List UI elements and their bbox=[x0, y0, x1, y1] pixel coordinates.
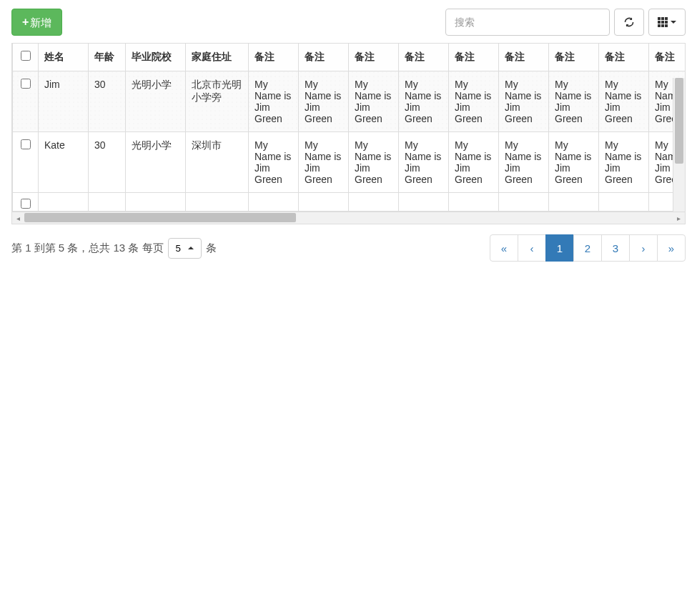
cell-address bbox=[186, 193, 249, 212]
pagination-info: 第 1 到第 5 条，总共 13 条 每页 5 条 bbox=[11, 238, 217, 259]
cell-remark: My Name is Jim Green bbox=[499, 71, 549, 132]
plus-icon: + bbox=[22, 14, 29, 30]
header-remark[interactable]: 备注 bbox=[349, 44, 399, 71]
search-input[interactable] bbox=[445, 9, 610, 36]
row-checkbox[interactable] bbox=[21, 79, 31, 89]
page-last[interactable]: » bbox=[657, 234, 686, 262]
header-remark[interactable]: 备注 bbox=[449, 44, 499, 71]
toolbar-right bbox=[445, 9, 686, 36]
cell-age: 30 bbox=[89, 71, 126, 132]
header-remark[interactable]: 备注 bbox=[549, 44, 599, 71]
table-row[interactable]: Jim30光明小学北京市光明小学旁My Name is Jim GreenMy … bbox=[13, 71, 686, 132]
cell-remark: My Name is Jim Green bbox=[549, 132, 599, 193]
refresh-button[interactable] bbox=[614, 9, 644, 36]
row-checkbox-cell bbox=[13, 132, 39, 193]
header-address[interactable]: 家庭住址 bbox=[186, 44, 249, 71]
page-number[interactable]: 1 bbox=[545, 234, 574, 262]
page-first[interactable]: « bbox=[490, 234, 518, 262]
cell-remark bbox=[599, 193, 649, 212]
columns-toggle-button[interactable] bbox=[648, 9, 686, 36]
row-checkbox[interactable] bbox=[21, 139, 31, 149]
cell-remark bbox=[399, 193, 449, 212]
cell-remark: My Name is Jim Green bbox=[299, 71, 349, 132]
cell-name bbox=[39, 193, 89, 212]
scrollbar-thumb[interactable] bbox=[24, 213, 296, 222]
cell-remark: My Name is Jim Green bbox=[599, 132, 649, 193]
page-size-select[interactable]: 5 bbox=[168, 238, 202, 259]
grid-icon bbox=[658, 17, 668, 27]
header-remark[interactable]: 备注 bbox=[249, 44, 299, 71]
header-name[interactable]: 姓名 bbox=[39, 44, 89, 71]
scroll-left-arrow[interactable]: ◂ bbox=[12, 212, 24, 224]
cell-age bbox=[89, 193, 126, 212]
scrollbar-thumb[interactable] bbox=[675, 78, 683, 164]
header-remark[interactable]: 备注 bbox=[499, 44, 549, 71]
cell-remark bbox=[349, 193, 399, 212]
cell-remark bbox=[299, 193, 349, 212]
cell-remark: My Name is Jim Green bbox=[599, 71, 649, 132]
cell-remark bbox=[449, 193, 499, 212]
cell-remark bbox=[549, 193, 599, 212]
add-button-label: 新增 bbox=[30, 15, 51, 30]
cell-remark: My Name is Jim Green bbox=[299, 132, 349, 193]
cell-school: 光明小学 bbox=[126, 132, 186, 193]
data-table: 姓名 年龄 毕业院校 家庭住址 备注 备注 备注 备注 备注 备注 备注 备注 … bbox=[12, 44, 685, 212]
header-age[interactable]: 年龄 bbox=[89, 44, 126, 71]
add-button[interactable]: +新增 bbox=[11, 9, 62, 36]
cell-remark: My Name is Jim Green bbox=[399, 71, 449, 132]
cell-school: 光明小学 bbox=[126, 71, 186, 132]
page-size-value: 5 bbox=[176, 243, 181, 254]
page-number[interactable]: 3 bbox=[601, 234, 630, 262]
header-remark[interactable]: 备注 bbox=[299, 44, 349, 71]
cell-remark: My Name is Jim Green bbox=[449, 132, 499, 193]
select-all-checkbox[interactable] bbox=[21, 51, 31, 61]
header-remark[interactable]: 备注 bbox=[399, 44, 449, 71]
header-checkbox-cell bbox=[13, 44, 39, 71]
caret-up-icon bbox=[188, 247, 194, 249]
cell-remark bbox=[249, 193, 299, 212]
cell-name: Kate bbox=[39, 132, 89, 193]
horizontal-scrollbar[interactable]: ◂ ▸ bbox=[12, 212, 685, 224]
page-next[interactable]: › bbox=[629, 234, 658, 262]
cell-remark: My Name is Jim Green bbox=[549, 71, 599, 132]
cell-school bbox=[126, 193, 186, 212]
pagination-info-suffix: 条 bbox=[206, 242, 217, 255]
cell-address: 深圳市 bbox=[186, 132, 249, 193]
table-container: 姓名 年龄 毕业院校 家庭住址 备注 备注 备注 备注 备注 备注 备注 备注 … bbox=[11, 43, 686, 224]
cell-remark: My Name is Jim Green bbox=[399, 132, 449, 193]
cell-remark: My Name is Jim Green bbox=[349, 132, 399, 193]
pagination: « ‹ 1 2 3 › » bbox=[490, 234, 686, 262]
page-prev[interactable]: ‹ bbox=[518, 234, 546, 262]
cell-remark: My Name is Jim Green bbox=[249, 71, 299, 132]
header-school[interactable]: 毕业院校 bbox=[126, 44, 186, 71]
cell-remark bbox=[499, 193, 549, 212]
toolbar: +新增 bbox=[11, 9, 686, 36]
row-checkbox-cell bbox=[13, 71, 39, 132]
header-remark[interactable]: 备注 bbox=[649, 44, 686, 71]
table-row[interactable] bbox=[13, 193, 686, 212]
table-row[interactable]: Kate30光明小学深圳市My Name is Jim GreenMy Name… bbox=[13, 132, 686, 193]
pagination-info-text: 第 1 到第 5 条，总共 13 条 每页 bbox=[11, 242, 164, 255]
caret-down-icon bbox=[671, 21, 676, 24]
vertical-scrollbar[interactable] bbox=[673, 78, 685, 212]
table-scroll[interactable]: 姓名 年龄 毕业院校 家庭住址 备注 备注 备注 备注 备注 备注 备注 备注 … bbox=[12, 44, 685, 212]
cell-name: Jim bbox=[39, 71, 89, 132]
cell-remark: My Name is Jim Green bbox=[449, 71, 499, 132]
scroll-right-arrow[interactable]: ▸ bbox=[673, 212, 685, 224]
row-checkbox-cell bbox=[13, 193, 39, 212]
cell-remark: My Name is Jim Green bbox=[499, 132, 549, 193]
cell-age: 30 bbox=[89, 132, 126, 193]
cell-remark: My Name is Jim Green bbox=[249, 132, 299, 193]
row-checkbox[interactable] bbox=[21, 199, 31, 209]
cell-address: 北京市光明小学旁 bbox=[186, 71, 249, 132]
table-footer: 第 1 到第 5 条，总共 13 条 每页 5 条 « ‹ 1 2 3 › » bbox=[11, 234, 686, 262]
cell-remark: My Name is Jim Green bbox=[349, 71, 399, 132]
table-header-row: 姓名 年龄 毕业院校 家庭住址 备注 备注 备注 备注 备注 备注 备注 备注 … bbox=[13, 44, 686, 71]
header-remark[interactable]: 备注 bbox=[599, 44, 649, 71]
page-number[interactable]: 2 bbox=[573, 234, 602, 262]
refresh-icon bbox=[623, 16, 635, 28]
